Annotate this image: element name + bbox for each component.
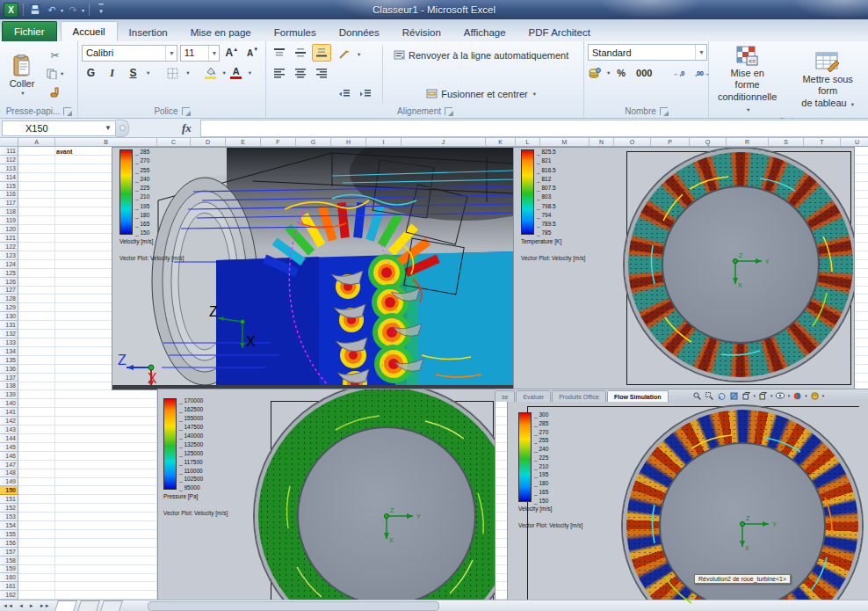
font-family-select[interactable]: Calibri▼ [82,45,177,62]
row-header[interactable]: 134 [0,347,18,356]
font-color-dropdown-icon[interactable]: ▾ [249,69,251,76]
underline-button[interactable]: S [124,64,142,82]
bold-button[interactable]: G [82,64,100,82]
chevron-down-icon[interactable]: ▼ [695,45,705,60]
row-header[interactable]: 116 [0,191,18,200]
row-header[interactable]: 118 [0,207,18,216]
column-header[interactable]: H [331,138,366,147]
last-sheet-icon[interactable]: ►► [37,603,53,608]
column-header[interactable]: K [486,138,516,147]
row-header[interactable]: 159 [0,565,18,574]
ribbon-tab[interactable]: PDF Architect [517,23,602,41]
flow-sim-viewport-temperature[interactable]: ZYX 825.5821816.5812807.5803798.5794789.… [514,148,854,389]
ribbon-tab[interactable]: Formules [263,23,328,41]
undo-dropdown-icon[interactable]: ▾ [61,7,63,13]
flow-sim-viewport-pressure[interactable]: ZYX 170000162500155000147500140000132500… [158,389,495,600]
align-middle-button[interactable] [291,44,310,62]
column-header[interactable]: O [614,138,651,147]
row-header[interactable]: 140 [0,399,18,408]
wrap-text-button[interactable]: Renvoyer à la ligne automatiquement [390,46,572,64]
align-left-button[interactable] [270,64,289,82]
cut-button[interactable]: ✂ [44,47,66,63]
row-header[interactable]: 153 [0,513,18,521]
ribbon-tab[interactable]: Insertion [118,23,179,41]
row-header[interactable]: 155 [0,530,18,539]
increase-indent-button[interactable] [356,85,375,103]
hide-show-items-icon[interactable] [776,391,785,401]
column-header[interactable]: F [261,138,296,147]
column-header[interactable]: B [55,138,157,147]
row-header[interactable]: 158 [0,556,18,565]
row-header[interactable]: 124 [0,260,18,269]
ribbon-tab[interactable]: Accueil [61,21,118,41]
ribbon-tab[interactable]: Révision [391,23,452,41]
formula-input[interactable] [200,120,868,137]
row-header[interactable]: 146 [0,452,18,461]
display-style-icon[interactable] [758,391,768,401]
chevron-down-icon[interactable]: ▼ [208,46,218,61]
formula-bar-handle[interactable] [116,120,129,137]
row-header[interactable]: 133 [0,338,18,347]
column-header[interactable]: I [366,138,401,147]
row-header[interactable]: 147 [0,461,18,469]
column-header[interactable]: P [651,138,690,147]
column-header[interactable]: T [804,138,841,147]
format-as-table-button[interactable]: Mettre sous form de tableau ▾ [791,44,864,117]
insert-function-button[interactable]: fx [129,121,200,135]
sheet-tab[interactable] [54,600,77,611]
sheet-tab[interactable] [100,600,123,611]
align-center-button[interactable] [291,64,310,82]
dialog-launcher-icon[interactable] [182,107,190,115]
fill-color-dropdown-icon[interactable]: ▾ [223,69,226,76]
row-header[interactable]: 144 [0,434,18,443]
borders-button[interactable] [163,64,182,82]
row-header[interactable]: 113 [0,164,18,173]
italic-button[interactable]: I [103,64,121,82]
column-header[interactable]: L [516,138,540,147]
first-sheet-icon[interactable]: ◄◄ [0,603,16,608]
row-header[interactable]: 117 [0,199,18,207]
row-header[interactable]: 130 [0,312,18,321]
row-header[interactable]: 154 [0,521,18,530]
row-header[interactable]: 157 [0,548,18,556]
cell-b111[interactable]: avant [56,149,72,155]
horizontal-scrollbar[interactable] [148,601,439,611]
column-header[interactable]: R [727,138,769,147]
column-header[interactable]: U [841,138,868,147]
zoom-area-icon[interactable] [705,391,714,401]
merge-center-button[interactable]: Fusionner et centrer ▾ [390,84,572,103]
row-header[interactable]: 149 [0,477,18,486]
format-painter-button[interactable] [44,84,66,100]
solidworks-tab[interactable]: Flow Simulation [607,390,669,402]
column-header[interactable]: Q [690,138,727,147]
flow-sim-viewport-cutaway[interactable]: Z X Z X 28527025524022521019518016515 [112,148,514,389]
name-box[interactable]: X150▼ [2,120,116,136]
next-sheet-icon[interactable]: ► [26,603,37,608]
row-header[interactable]: 150 [0,486,18,495]
save-icon[interactable] [28,3,42,17]
row-header[interactable]: 127 [0,287,18,295]
font-color-button[interactable]: A [228,67,244,80]
row-header[interactable]: 122 [0,243,18,251]
column-header[interactable]: G [296,138,331,147]
row-header[interactable]: 145 [0,443,18,452]
excel-logo-icon[interactable]: X [4,3,18,18]
merge-dropdown-icon[interactable]: ▾ [533,91,536,98]
row-header[interactable]: 121 [0,234,18,243]
orientation-dropdown-icon[interactable]: ▾ [358,51,360,58]
row-header[interactable]: 161 [0,582,18,591]
row-header[interactable]: 132 [0,330,18,338]
rotate-view-icon[interactable] [717,391,727,401]
row-header[interactable]: 112 [0,156,18,164]
paste-button[interactable]: Coller ▾ [4,44,40,105]
row-header[interactable]: 143 [0,426,18,434]
solidworks-tab[interactable]: Produits Office [552,390,606,402]
underline-dropdown-icon[interactable]: ▾ [147,69,149,76]
sheet-tab[interactable] [77,600,100,611]
scene-icon[interactable] [810,391,820,401]
row-header[interactable]: 137 [0,374,18,382]
customize-qat-icon[interactable]: ▔▾ [94,3,108,17]
fill-color-button[interactable] [203,66,219,80]
column-header[interactable]: N [590,138,614,147]
row-header[interactable]: 128 [0,295,18,303]
